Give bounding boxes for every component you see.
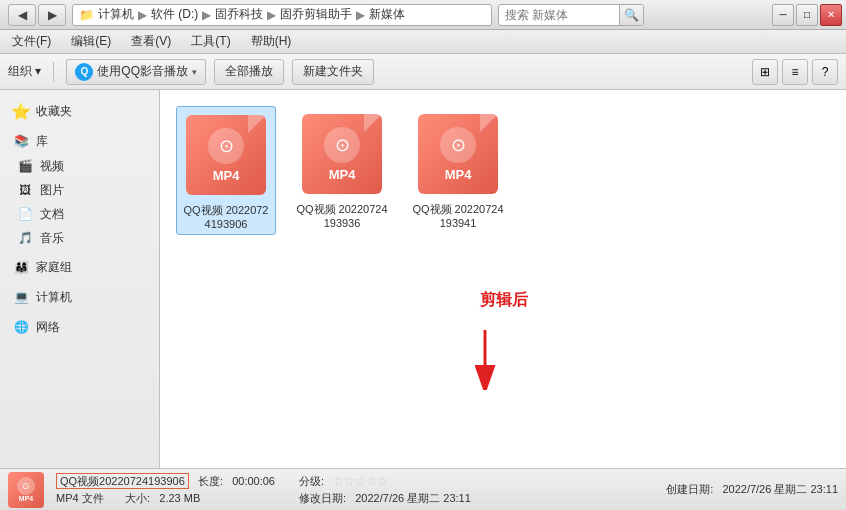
sidebar-item-images[interactable]: 🖼 图片 [8,178,159,202]
status-file-icon: ⊙ MP4 [8,472,44,508]
status-duration-value: 00:00:06 [232,475,275,487]
file-icon-bg-1: ⊙ MP4 [186,115,266,195]
sidebar-label-music: 音乐 [40,230,64,247]
sidebar-item-music[interactable]: 🎵 音乐 [8,226,159,250]
file-icon-wrap-2: ⊙ MP4 [298,110,386,198]
sidebar-label-video: 视频 [40,158,64,175]
file-icon-bg-3: ⊙ MP4 [418,114,498,194]
toolbar-divider-1 [53,62,54,82]
file-item-2[interactable]: ⊙ MP4 QQ视频 20220724193936 [292,106,392,235]
menu-help[interactable]: 帮助(H) [247,31,296,52]
sidebar-label-network: 网络 [36,319,60,336]
documents-icon: 📄 [16,205,34,223]
breadcrumb-computer[interactable]: 计算机 [98,6,134,23]
file-name-3: QQ视频 20220724193941 [412,202,504,229]
qq-player-label: 使用QQ影音播放 [97,63,188,80]
sidebar-section-homegroup: 👨‍👩‍👧 家庭组 [0,254,159,280]
status-right: 创建日期: 2022/7/26 星期二 23:11 [666,482,838,497]
search-box[interactable]: 🔍 [498,4,644,26]
view-change-button[interactable]: ⊞ [752,59,778,85]
status-created-label: 创建日期: [666,483,713,495]
sidebar-label-images: 图片 [40,182,64,199]
status-duration-label: 长度: [198,475,223,487]
minimize-button[interactable]: ─ [772,4,794,26]
network-icon: 🌐 [12,318,30,336]
title-bar: ◀ ▶ 📁 计算机 ▶ 软件 (D:) ▶ 固乔科技 ▶ 固乔剪辑助手 ▶ 新媒… [0,0,846,30]
sidebar-item-favorites[interactable]: ⭐ 收藏夹 [0,98,159,124]
status-bar: ⊙ MP4 QQ视频20220724193906 长度: 00:00:06 MP… [0,468,846,510]
new-folder-button[interactable]: 新建文件夹 [292,59,374,85]
status-file-type-label: MP4 [19,495,33,502]
menu-bar: 文件(F) 编辑(E) 查看(V) 工具(T) 帮助(H) [0,30,846,54]
nav-forward-button[interactable]: ▶ [38,4,66,26]
status-size-label: 大小: [125,492,150,504]
sidebar: ⭐ 收藏夹 📚 库 🎬 视频 🖼 图片 📄 文 [0,90,160,468]
status-info-col-name: QQ视频20220724193906 长度: 00:00:06 MP4 文件 大… [56,474,275,506]
status-filename: QQ视频20220724193906 长度: 00:00:06 [56,474,275,489]
maximize-button[interactable]: □ [796,4,818,26]
titlebar-left: ◀ ▶ 📁 计算机 ▶ 软件 (D:) ▶ 固乔科技 ▶ 固乔剪辑助手 ▶ 新媒… [8,4,644,26]
breadcrumb-app[interactable]: 固乔剪辑助手 [280,6,352,23]
status-filetype-row: MP4 文件 大小: 2.23 MB [56,491,275,506]
file-icon-wrap-3: ⊙ MP4 [414,110,502,198]
sidebar-item-video[interactable]: 🎬 视频 [8,154,159,178]
help-button[interactable]: ? [812,59,838,85]
file-name-2: QQ视频 20220724193936 [296,202,388,229]
file-icon-wrap-1: ⊙ MP4 [182,111,270,199]
status-info: QQ视频20220724193906 长度: 00:00:06 MP4 文件 大… [56,474,654,506]
search-input[interactable] [499,8,619,22]
status-stars[interactable]: ☆☆☆☆☆ [333,474,388,488]
file-type-label-1: MP4 [213,168,240,183]
file-type-label-2: MP4 [329,167,356,182]
view-details-button[interactable]: ≡ [782,59,808,85]
breadcrumb[interactable]: 📁 计算机 ▶ 软件 (D:) ▶ 固乔科技 ▶ 固乔剪辑助手 ▶ 新媒体 [72,4,492,26]
sidebar-section-computer: 💻 计算机 [0,284,159,310]
status-modified-label: 修改日期: [299,492,346,504]
menu-view[interactable]: 查看(V) [127,31,175,52]
music-icon: 🎵 [16,229,34,247]
video-file-icon-1: ⊙ [208,128,244,164]
sidebar-item-library[interactable]: 📚 库 [0,128,159,154]
files-grid: ⊙ MP4 QQ视频 20220724193906 ⊙ MP4 QQ视频 202… [176,106,830,235]
status-info-col-rating: 分级: ☆☆☆☆☆ 修改日期: 2022/7/26 星期二 23:11 [299,474,471,506]
file-item-3[interactable]: ⊙ MP4 QQ视频 20220724193941 [408,106,508,235]
file-icon-bg-2: ⊙ MP4 [302,114,382,194]
status-created-value: 2022/7/26 星期二 23:11 [722,483,838,495]
status-file-video-icon: ⊙ [17,477,35,495]
sidebar-label-documents: 文档 [40,206,64,223]
file-type-label-3: MP4 [445,167,472,182]
status-filename-text: QQ视频20220724193906 [56,473,189,489]
sidebar-label-favorites: 收藏夹 [36,103,72,120]
status-modified-value: 2022/7/26 星期二 23:11 [355,492,471,504]
organize-button[interactable]: 组织 ▾ [8,63,41,80]
video-file-icon-2: ⊙ [324,127,360,163]
status-filetype-label: MP4 文件 [56,492,104,504]
menu-file[interactable]: 文件(F) [8,31,55,52]
status-rating-row: 分级: ☆☆☆☆☆ [299,474,471,489]
annotation-label: 剪辑后 [480,290,528,311]
toolbar-view-options: ⊞ ≡ ? [752,59,838,85]
menu-tools[interactable]: 工具(T) [187,31,234,52]
sidebar-item-network[interactable]: 🌐 网络 [0,314,159,340]
breadcrumb-folder[interactable]: 新媒体 [369,6,405,23]
sidebar-section-library: 📚 库 🎬 视频 🖼 图片 📄 文档 🎵 音乐 [0,128,159,250]
menu-edit[interactable]: 编辑(E) [67,31,115,52]
main-area: ⭐ 收藏夹 📚 库 🎬 视频 🖼 图片 📄 文 [0,90,846,468]
qq-player-button[interactable]: Q 使用QQ影音播放 ▾ [66,59,206,85]
nav-buttons: ◀ ▶ [8,4,66,26]
sidebar-item-homegroup[interactable]: 👨‍👩‍👧 家庭组 [0,254,159,280]
close-button[interactable]: ✕ [820,4,842,26]
play-all-button[interactable]: 全部播放 [214,59,284,85]
sidebar-section-network: 🌐 网络 [0,314,159,340]
search-button[interactable]: 🔍 [619,4,643,26]
sidebar-item-computer[interactable]: 💻 计算机 [0,284,159,310]
favorites-icon: ⭐ [12,102,30,120]
sidebar-item-documents[interactable]: 📄 文档 [8,202,159,226]
window-controls: ─ □ ✕ [772,4,842,26]
nav-back-button[interactable]: ◀ [8,4,36,26]
library-icon: 📚 [12,132,30,150]
breadcrumb-drive[interactable]: 软件 (D:) [151,6,198,23]
breadcrumb-company[interactable]: 固乔科技 [215,6,263,23]
file-item-1[interactable]: ⊙ MP4 QQ视频 20220724193906 [176,106,276,235]
sidebar-section-favorites: ⭐ 收藏夹 [0,98,159,124]
